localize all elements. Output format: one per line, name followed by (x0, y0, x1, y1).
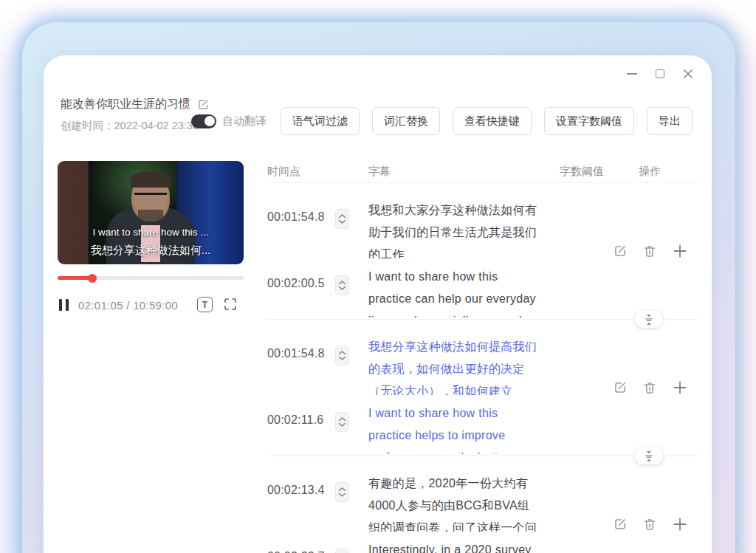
speaker-hair (131, 171, 171, 188)
add-icon[interactable] (672, 379, 688, 396)
timestamp: 00:01:54.8 (267, 199, 335, 224)
fullscreen-icon[interactable] (223, 297, 238, 315)
page-title: 能改善你职业生涯的习惯 (61, 97, 190, 112)
app-window: 能改善你职业生涯的习惯 创建时间：2022-04-02 23:33 自动翻译 语… (44, 55, 712, 553)
seek-bar[interactable] (58, 276, 244, 280)
table-row: 00:02:13.4 有趣的是，2020年一份大约有4000人参与的由BCG和B… (267, 456, 699, 553)
subtitle-text-zh[interactable]: 我想分享这种做法如何提高我们的表现，如何做出更好的决定（无论大小），和如何建立 (368, 336, 539, 395)
subtitle-text-en[interactable]: Interestingly, in a 2020 survey of some … (368, 539, 539, 553)
timestamp: 00:02:23.7 (267, 539, 335, 553)
col-header-threshold: 字数阈值 (560, 165, 639, 179)
set-word-threshold-button[interactable]: 设置字数阈值 (544, 107, 634, 135)
subtitle-entry-en: 00:02:11.6 I want to share how this prac… (267, 402, 699, 454)
timestamp: 00:02:00.5 (267, 266, 335, 290)
subtitle-entry-en: 00:02:00.5 I want to share how this prac… (267, 266, 699, 317)
close-icon[interactable] (682, 68, 694, 80)
window-controls (626, 67, 694, 80)
timestamp: 00:02:13.4 (267, 473, 335, 497)
maximize-icon[interactable] (654, 68, 666, 80)
subtitle-text-en[interactable]: I want to share how this practice helps … (368, 402, 539, 454)
created-time-label: 创建时间：2022-04-02 23:33 (61, 119, 199, 133)
subtitle-entry-en: 00:02:23.7 Interestingly, in a 2020 surv… (267, 539, 699, 553)
add-icon[interactable] (672, 243, 688, 259)
minimize-icon[interactable] (626, 68, 638, 80)
timestamp: 00:01:54.8 (267, 336, 335, 360)
playback-controls: 02:01:05 / 10:59:00 T (59, 297, 244, 313)
table-row: 00:01:54.8 我想和大家分享这种做法如何有助于我们的日常生活尤其是我们的… (267, 183, 699, 320)
subtitle-text-zh[interactable]: 有趣的是，2020年一份大约有4000人参与的由BCG和BVA组织的调查问卷，问… (368, 473, 539, 532)
row-actions (613, 516, 688, 532)
time-stepper[interactable] (335, 209, 349, 229)
table-header: 时间点 字幕 字数阈值 操作 (267, 161, 699, 183)
vocab-replace-button[interactable]: 词汇替换 (372, 107, 440, 135)
video-player[interactable]: I want to share how this ... 我想分享这种做法如何.… (58, 161, 244, 264)
speaker-glasses (134, 193, 167, 202)
time-stepper[interactable] (335, 482, 349, 502)
edit-icon[interactable] (613, 244, 628, 258)
time-stepper[interactable] (335, 346, 349, 365)
time-stepper[interactable] (335, 275, 349, 295)
toolbar: 自动翻译 语气词过滤 词汇替换 查看快捷键 设置字数阈值 导出 (191, 107, 693, 135)
delete-icon[interactable] (642, 517, 657, 532)
time-stepper[interactable] (335, 412, 349, 432)
filler-word-filter-button[interactable]: 语气词过滤 (281, 107, 360, 135)
subtitle-table: 时间点 字幕 字数阈值 操作 00:01:54.8 我想和大家分享这种做法如何有… (267, 161, 699, 553)
merge-subtitles-button[interactable] (635, 311, 663, 328)
auto-translate-toggle[interactable] (191, 114, 216, 128)
time-stepper[interactable] (335, 549, 349, 553)
subtitle-text-en[interactable]: I want to share how this practice can he… (368, 266, 539, 317)
subtitle-text-zh[interactable]: 我想和大家分享这种做法如何有助于我们的日常生活尤其是我们的工作 (368, 199, 539, 258)
edit-icon[interactable] (613, 380, 628, 395)
delete-icon[interactable] (642, 380, 657, 395)
edit-icon[interactable] (613, 517, 628, 532)
table-row: 00:01:54.8 我想分享这种做法如何提高我们的表现，如何做出更好的决定（无… (267, 320, 699, 456)
progress-knob[interactable] (88, 274, 97, 283)
export-button[interactable]: 导出 (647, 107, 693, 135)
player-subtitle-zh: 我想分享这种做法如何... (58, 244, 244, 258)
view-shortcuts-button[interactable]: 查看快捷键 (453, 107, 532, 135)
row-actions (613, 379, 688, 396)
player-subtitle-en: I want to share how this ... (58, 227, 244, 238)
merge-subtitles-button[interactable] (635, 447, 663, 464)
col-header-time: 时间点 (267, 165, 368, 179)
playback-time: 02:01:05 / 10:59:00 (78, 299, 178, 312)
add-icon[interactable] (672, 516, 688, 532)
col-header-operations: 操作 (639, 165, 699, 179)
col-header-subtitle: 字幕 (368, 165, 560, 179)
speaker-beard (138, 210, 163, 221)
text-tool-icon[interactable]: T (197, 297, 213, 312)
pause-icon[interactable] (59, 299, 69, 311)
row-actions (613, 243, 688, 259)
timestamp: 00:02:11.6 (267, 402, 335, 427)
progress-fill (58, 276, 92, 280)
delete-icon[interactable] (642, 244, 657, 258)
auto-translate-label: 自动翻译 (222, 114, 267, 128)
